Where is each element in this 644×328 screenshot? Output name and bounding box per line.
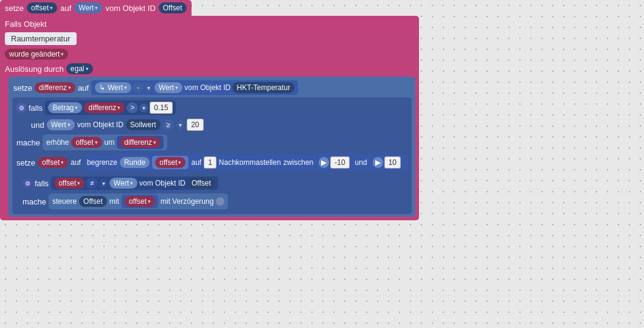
condition2-block: offset ▾ ≠ ▾ Wert ▾ vom Objekt ID [51,176,218,190]
mache-row-2: mache steuere Offset mit offset ▾ [21,192,406,211]
runde-pill[interactable]: Runde [120,157,150,168]
neg10-container: ▶ -10 [316,155,352,170]
differenz2-arrow: ▾ [117,105,120,111]
minus-symbol: - [133,82,143,93]
vom-objekt-id-3: vom Objekt ID [77,120,123,129]
val-neg10: -10 [330,156,349,169]
mit-label: mit [109,197,119,206]
steuere-block: steuere Offset mit offset ▾ [49,194,228,209]
hkt-temp-pill[interactable]: HKT-Temperatur [232,82,294,93]
gt-arrow[interactable]: ▾ [140,103,148,113]
vom-objekt-id-label-top: vom Objekt ID [105,4,155,13]
falls2-block: ⚙ falls offset ▾ ≠ ▾ Wert ▾ [18,173,409,212]
raumtemperatur-box: Raumtemperatur [5,32,77,45]
val-20: 20 [187,119,203,131]
setze-offset-begrenze-row: setze offset ▾ auf begrenze Runde off [15,153,409,172]
offset4-container: offset ▾ [152,156,189,169]
mit-verzoegerung-label: mit Verzögerung [161,197,213,206]
val-1: 1 [204,156,216,169]
setze-label: setze [5,4,24,13]
minus-arrow[interactable]: ▾ [145,83,153,92]
offset3-pill[interactable]: offset ▾ [38,157,68,168]
wert-pill-top[interactable]: Wert ▾ [74,2,102,13]
offset6-pill[interactable]: offset ▾ [125,196,155,207]
offset2-arrow: ▾ [95,139,98,145]
gte-arrow[interactable]: ▾ [176,120,184,130]
offset-val-pill[interactable]: Offset [159,2,187,13]
und-row: und Wert ▾ vom Objekt ID Sollwert ≥ ▾ 20 [15,117,409,132]
wurde-geaendert-arrow: ▾ [61,51,64,57]
betrag-arrow: ▾ [75,105,78,111]
offset-obj-pill[interactable]: Offset [187,178,215,189]
neq-arrow[interactable]: ▾ [100,179,108,188]
offset3-arrow: ▾ [61,159,64,166]
offset-target-pill[interactable]: Offset [79,196,107,207]
falls-header-row: ⚙ falls Betrag ▾ differenz ▾ > ▾ 0. [15,99,409,116]
arrow-wert-pill[interactable]: ↳ Wert ▾ [95,82,131,93]
wert4-arrow: ▾ [130,180,133,186]
val10-arrow-pill: ▶ [373,157,383,168]
offset6-container: offset ▾ [122,195,158,208]
wert3-pill[interactable]: Wert ▾ [47,119,75,130]
wert4-pill[interactable]: Wert ▾ [109,178,137,189]
steuere-label: steuere [52,197,77,206]
verzoegerung-indicator [216,197,224,206]
differenz-arrow: ▾ [68,85,71,91]
sollwert-pill[interactable]: Sollwert [126,119,161,130]
auslosung-label: Auslösung durch [5,65,64,74]
begrenze-block: begrenze Runde offset ▾ auf 1 Nachko [83,154,407,171]
offset5-arrow: ▾ [77,180,80,186]
betrag-pill[interactable]: Betrag ▾ [48,102,82,113]
offset2-pill[interactable]: offset ▾ [71,137,102,148]
gear-icon-2[interactable]: ⚙ [23,178,32,188]
neq-symbol: ≠ [86,178,98,189]
gear-icon-1[interactable]: ⚙ [16,103,26,113]
mache-row-1: mache erhöhe offset ▾ um differenz ▾ [15,133,409,152]
differenz-pill[interactable]: differenz ▾ [35,82,75,93]
auf-label-2: auf [78,83,89,92]
calculation-block: ↳ Wert ▾ - ▾ Wert ▾ vom Objekt ID HKT-Te… [91,80,298,95]
offset5-pill[interactable]: offset ▾ [54,178,85,189]
val10-container: ▶ 10 [370,155,404,170]
erhoehe-block: erhöhe offset ▾ um differenz ▾ [43,134,167,150]
raumtemperatur-row: Raumtemperatur [4,31,415,46]
zwischen-label: zwischen [283,158,313,167]
offset4-arrow: ▾ [178,159,181,166]
gt-symbol: > [126,102,138,113]
offset-var-pill[interactable]: offset ▾ [27,2,57,13]
falls2-label: falls [35,179,49,188]
wert2-pill[interactable]: Wert ▾ [154,82,182,93]
falls-label: falls [29,103,43,113]
wert-2-arrow: ▾ [124,85,127,91]
mache-label-1: mache [16,138,40,147]
wert-top-arrow: ▾ [95,5,98,11]
condition-block: Betrag ▾ differenz ▾ > ▾ 0.15 [45,100,176,115]
auf-label-top: auf [60,4,71,13]
gte-symbol: ≥ [163,119,175,130]
nachkommastellen-label: Nachkommastellen [219,158,281,167]
setze-differenz-row: setze differenz ▾ auf ↳ Wert ▾ - ▾ Wert [12,79,412,96]
differenz3-container: differenz ▾ [117,136,164,149]
vom-objekt-id-2: vom Objekt ID [184,83,230,92]
und2-label: und [355,158,367,167]
auf3-label: auf [191,158,201,167]
wurde-geaendert-row: wurde geändert ▾ [4,47,415,61]
auf-label-3: auf [71,158,81,167]
egal-pill[interactable]: egal ▾ [66,63,93,74]
auslosung-row: Auslösung durch egal ▾ [4,62,415,75]
falls-objekt-row: Falls Objekt [4,18,415,30]
erhoehe-label: erhöhe [46,138,69,147]
vom-objekt-id-4: vom Objekt ID [139,179,185,187]
falls-objekt-label: Falls Objekt [5,19,47,29]
neg10-arrow-pill: ▶ [319,157,329,168]
differenz3-arrow: ▾ [153,139,156,145]
differenz2-pill[interactable]: differenz ▾ [84,102,125,113]
offset4-pill[interactable]: offset ▾ [155,157,185,168]
mache-label-2: mache [23,197,46,206]
wurde-geaendert-pill[interactable]: wurde geändert ▾ [5,49,68,60]
differenz3-pill[interactable]: differenz ▾ [120,137,161,148]
um-label: um [105,138,115,147]
wert2-arrow: ▾ [175,85,178,91]
falls2-header-row: ⚙ falls offset ▾ ≠ ▾ Wert ▾ [21,175,406,191]
und-label: und [31,120,44,130]
